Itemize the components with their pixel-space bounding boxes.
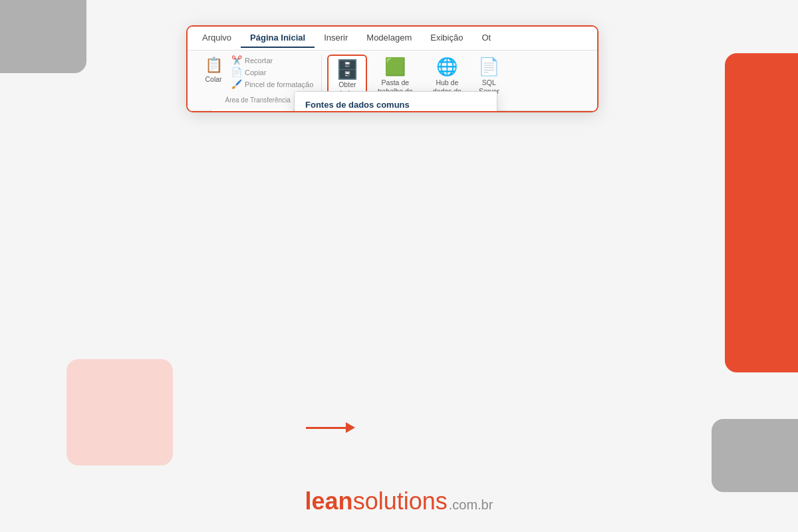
colar-button[interactable]: 📋 Colar	[201, 55, 226, 86]
pincel-button[interactable]: 🖌️ Pincel de formatação	[230, 78, 315, 90]
logo-combr: .com.br	[449, 497, 493, 513]
bg-decoration-pink-left	[66, 359, 173, 466]
clipboard-items-row: 📋 Colar ✂️ Recortar 📄 Copiar 🖌️ Pincel d…	[201, 55, 315, 90]
main-window: Arquivo Página Inicial Inserir Modelagem…	[186, 25, 598, 112]
recortar-button[interactable]: ✂️ Recortar	[230, 55, 315, 66]
dropdown-section-title: Fontes de dados comuns	[295, 92, 497, 112]
bg-decoration-red-right	[725, 53, 798, 372]
clipboard-small-buttons: ✂️ Recortar 📄 Copiar 🖌️ Pincel de format…	[230, 55, 315, 90]
arrow-annotation	[306, 422, 355, 433]
content-area	[211, 110, 294, 112]
logo-lean: lean	[305, 487, 353, 515]
bg-decoration-top-left	[0, 0, 86, 73]
onelake-icon: 🌐	[436, 57, 458, 77]
pincel-icon: 🖌️	[231, 79, 242, 89]
sql-icon: 📄	[478, 57, 499, 77]
ribbon-tabs: Arquivo Página Inicial Inserir Modelagem…	[188, 27, 597, 51]
arrow-line	[306, 427, 346, 429]
tab-modelagem[interactable]: Modelagem	[357, 29, 421, 48]
tab-pagina-inicial[interactable]: Página Inicial	[241, 29, 315, 48]
sidebar: 📊 ⊞ ⊟	[188, 110, 211, 112]
dropdown-menu: Fontes de dados comuns X Pasta de trabal…	[294, 91, 497, 112]
excel-icon: 🟩	[384, 57, 406, 77]
copiar-icon: 📄	[231, 67, 242, 77]
pincel-label: Pincel de formatação	[245, 80, 313, 88]
arrow-head	[346, 422, 355, 433]
logo-solutions: solutions	[353, 487, 448, 515]
recortar-label: Recortar	[245, 57, 273, 65]
colar-icon: 📋	[205, 57, 223, 74]
recortar-icon: ✂️	[231, 55, 242, 65]
copiar-button[interactable]: 📄 Copiar	[230, 66, 315, 78]
colar-label: Colar	[205, 75, 221, 84]
logo-area: lean solutions .com.br	[0, 487, 798, 515]
copiar-label: Copiar	[245, 68, 266, 76]
tab-exibicao[interactable]: Exibição	[421, 29, 472, 48]
tab-other[interactable]: Ot	[472, 29, 500, 48]
tab-inserir[interactable]: Inserir	[315, 29, 357, 48]
obter-dados-icon: 🗄️	[336, 59, 359, 80]
bg-decoration-bottom-right	[712, 419, 798, 492]
tab-arquivo[interactable]: Arquivo	[193, 29, 241, 48]
